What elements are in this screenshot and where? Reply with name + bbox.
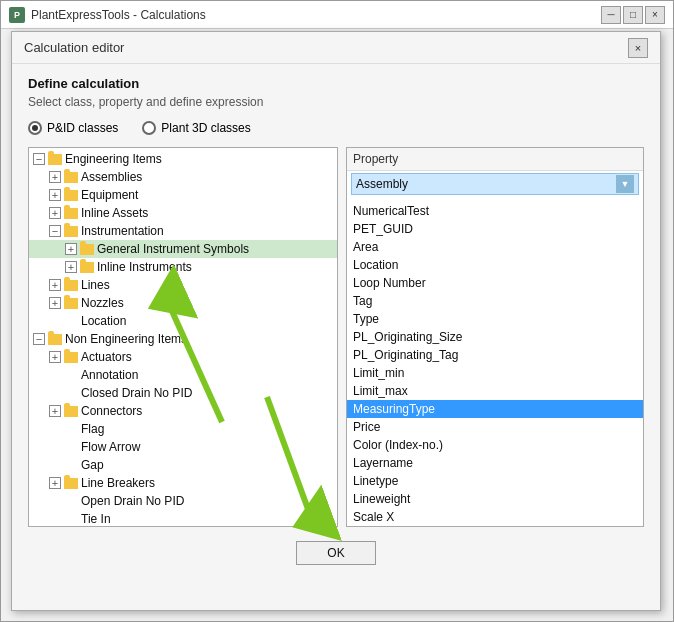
tree-item-label: Lines (81, 278, 110, 292)
tree-item[interactable]: +Line Breakers (29, 474, 337, 492)
folder-icon (64, 280, 78, 291)
radio-pid-classes[interactable]: P&ID classes (28, 121, 118, 135)
folder-icon (64, 226, 78, 237)
tree-item[interactable]: Flag (29, 420, 337, 438)
dialog-close-button[interactable]: × (628, 38, 648, 58)
property-item[interactable]: Tag (347, 292, 643, 310)
section-title: Define calculation (28, 76, 644, 91)
property-item[interactable]: Limit_min (347, 364, 643, 382)
tree-expand-icon[interactable] (49, 458, 61, 472)
tree-item[interactable]: +Inline Assets (29, 204, 337, 222)
folder-icon (64, 298, 78, 309)
property-item[interactable]: NumericalTest (347, 202, 643, 220)
calculation-editor-dialog: Calculation editor × Define calculation … (11, 31, 661, 611)
tree-expand-icon[interactable]: + (49, 279, 61, 291)
dropdown-arrow-icon[interactable]: ▼ (616, 175, 634, 193)
tree-expand-icon[interactable]: + (49, 405, 61, 417)
property-item[interactable]: PL_Originating_Tag (347, 346, 643, 364)
folder-icon (64, 208, 78, 219)
tree-expand-icon[interactable]: + (49, 189, 61, 201)
property-item[interactable]: Lineweight (347, 490, 643, 508)
tree-expand-icon[interactable]: − (49, 225, 61, 237)
tree-item[interactable]: Tie In (29, 510, 337, 526)
tree-expand-icon[interactable]: + (49, 351, 61, 363)
tree-item[interactable]: +Inline Instruments (29, 258, 337, 276)
maximize-button[interactable]: □ (623, 6, 643, 24)
property-item[interactable]: Linetype (347, 472, 643, 490)
tree-expand-icon[interactable]: + (49, 297, 61, 309)
tree-expand-icon[interactable]: + (49, 171, 61, 183)
tree-expand-icon[interactable]: − (33, 333, 45, 345)
tree-expand-icon[interactable]: + (49, 207, 61, 219)
tree-expand-icon[interactable] (49, 512, 61, 526)
tree-item-label: Flag (81, 422, 104, 436)
tree-item-label: Inline Assets (81, 206, 148, 220)
property-item[interactable]: Color (Index-no.) (347, 436, 643, 454)
property-item[interactable]: PET_GUID (347, 220, 643, 238)
property-item[interactable]: Limit_max (347, 382, 643, 400)
property-header: Property (347, 148, 643, 171)
radio-plant3d-circle (142, 121, 156, 135)
tree-expand-icon[interactable]: + (65, 261, 77, 273)
radio-plant3d-classes[interactable]: Plant 3D classes (142, 121, 250, 135)
tree-item[interactable]: +Assemblies (29, 168, 337, 186)
tree-item[interactable]: −Engineering Items (29, 150, 337, 168)
property-item[interactable]: Area (347, 238, 643, 256)
tree-item-label: Instrumentation (81, 224, 164, 238)
tree-expand-icon[interactable] (49, 440, 61, 454)
document-icon (64, 514, 78, 525)
tree-item[interactable]: +Nozzles (29, 294, 337, 312)
tree-item[interactable]: Flow Arrow (29, 438, 337, 456)
tree-item[interactable]: +Actuators (29, 348, 337, 366)
tree-item[interactable]: +General Instrument Symbols (29, 240, 337, 258)
document-icon (64, 370, 78, 381)
property-item[interactable]: Loop Number (347, 274, 643, 292)
tree-item[interactable]: +Lines (29, 276, 337, 294)
property-item[interactable]: Scale X (347, 508, 643, 526)
tree-expand-icon[interactable]: + (49, 477, 61, 489)
tree-item-label: Assemblies (81, 170, 142, 184)
tree-container[interactable]: −Engineering Items+Assemblies+Equipment+… (29, 148, 337, 526)
radio-plant3d-label: Plant 3D classes (161, 121, 250, 135)
property-item[interactable]: Layername (347, 454, 643, 472)
dialog-titlebar: Calculation editor × (12, 32, 660, 64)
tree-item[interactable]: Annotation (29, 366, 337, 384)
outer-window-title: PlantExpressTools - Calculations (31, 8, 601, 22)
property-item[interactable]: Type (347, 310, 643, 328)
property-item[interactable]: Price (347, 418, 643, 436)
radio-pid-label: P&ID classes (47, 121, 118, 135)
tree-item[interactable]: Closed Drain No PID (29, 384, 337, 402)
document-icon (64, 460, 78, 471)
tree-item[interactable]: +Connectors (29, 402, 337, 420)
tree-item-label: Gap (81, 458, 104, 472)
tree-item[interactable]: −Non Engineering Items (29, 330, 337, 348)
tree-item[interactable]: Gap (29, 456, 337, 474)
property-list[interactable]: ManufacturerModel NumberSupplierPK_TagSt… (347, 197, 643, 526)
tree-item[interactable]: Location (29, 312, 337, 330)
tree-item-label: Connectors (81, 404, 142, 418)
property-item[interactable]: Location (347, 256, 643, 274)
property-item[interactable]: MeasuringType (347, 400, 643, 418)
tree-item-label: Location (81, 314, 126, 328)
folder-icon (64, 352, 78, 363)
property-item[interactable]: PL_Originating_Size (347, 328, 643, 346)
tree-expand-icon[interactable] (49, 494, 61, 508)
tree-item[interactable]: Open Drain No PID (29, 492, 337, 510)
tree-expand-icon[interactable] (49, 386, 61, 400)
document-icon (64, 424, 78, 435)
tree-item-label: Nozzles (81, 296, 124, 310)
tree-expand-icon[interactable]: − (33, 153, 45, 165)
tree-expand-icon[interactable] (49, 422, 61, 436)
document-icon (64, 316, 78, 327)
folder-icon (80, 262, 94, 273)
document-icon (64, 442, 78, 453)
tree-item[interactable]: −Instrumentation (29, 222, 337, 240)
tree-expand-icon[interactable] (49, 368, 61, 382)
tree-item[interactable]: +Equipment (29, 186, 337, 204)
ok-button[interactable]: OK (296, 541, 376, 565)
outer-close-button[interactable]: × (645, 6, 665, 24)
minimize-button[interactable]: ─ (601, 6, 621, 24)
property-dropdown[interactable]: Assembly ▼ (351, 173, 639, 195)
tree-expand-icon[interactable] (49, 314, 61, 328)
tree-expand-icon[interactable]: + (65, 243, 77, 255)
